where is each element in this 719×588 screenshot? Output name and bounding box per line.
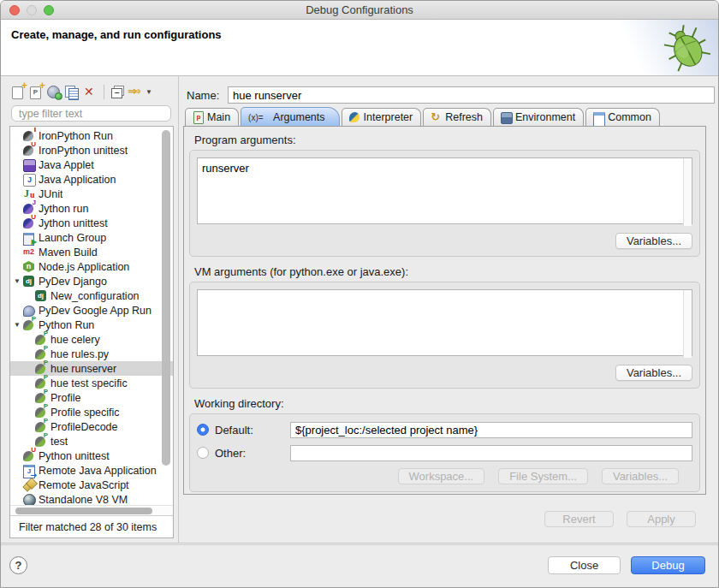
- tree-item-label: Maven Build: [36, 246, 98, 258]
- tree-item-label: PyDev Google App Run: [36, 305, 152, 317]
- program-variables-button[interactable]: Variables...: [615, 233, 692, 249]
- collapse-all-icon[interactable]: [109, 84, 127, 100]
- tab-label: Environment: [515, 111, 575, 123]
- directory-variables-button[interactable]: Variables...: [602, 468, 679, 484]
- revert-button[interactable]: Revert: [544, 511, 614, 527]
- delete-icon[interactable]: [81, 84, 99, 100]
- duplicate-icon[interactable]: [63, 84, 81, 100]
- tree-item[interactable]: hue rules.py: [10, 347, 173, 361]
- new-launch-config-icon[interactable]: [9, 84, 27, 100]
- tab-common[interactable]: Common: [585, 108, 660, 126]
- jython-unittest-icon: [22, 217, 36, 229]
- tree-item[interactable]: Profile: [10, 390, 173, 405]
- debug-button[interactable]: Debug: [631, 556, 705, 574]
- name-input[interactable]: [228, 86, 715, 104]
- tab-interpreter[interactable]: Interpreter: [342, 108, 422, 126]
- tree-item[interactable]: ProfileDecode: [10, 419, 173, 434]
- program-arguments-label: Program arguments:: [194, 134, 700, 146]
- workspace-button[interactable]: Workspace...: [398, 468, 485, 484]
- dropdown-arrow-icon[interactable]: ▼: [146, 88, 152, 96]
- horizontal-scrollbar-thumb[interactable]: [15, 508, 152, 514]
- tree-item[interactable]: IronPython unittest: [10, 143, 173, 157]
- tab-bar: MainArgumentsInterpreterRefreshEnvironme…: [185, 107, 662, 126]
- other-radio[interactable]: [197, 447, 209, 459]
- tree-item-label: Java Application: [36, 174, 116, 186]
- textarea-scrollbar[interactable]: [683, 158, 692, 226]
- tree-item[interactable]: Standalone V8 VM: [10, 492, 173, 505]
- page-title: Create, manage, and run configurations: [11, 28, 222, 41]
- help-button[interactable]: ?: [9, 556, 27, 574]
- tree-item-label: hue test specific: [48, 377, 128, 389]
- file-system-button[interactable]: File System...: [498, 468, 588, 484]
- close-button[interactable]: Close: [548, 556, 621, 574]
- tree-item-label: New_configuration: [48, 290, 140, 302]
- close-window-icon[interactable]: [9, 5, 20, 15]
- toolbar-separator: [104, 85, 104, 99]
- tree-item[interactable]: ▼Python Run: [10, 318, 173, 332]
- tree-item[interactable]: ▼PyDev Django: [10, 274, 173, 288]
- tree-item-label: hue rules.py: [48, 348, 109, 360]
- tree-item[interactable]: Python unittest: [10, 448, 173, 463]
- filter-status: Filter matched 28 of 30 items: [10, 515, 173, 538]
- working-directory-group: Default: Other: Workspace... File System…: [189, 413, 700, 492]
- vm-variables-button[interactable]: Variables...: [615, 365, 692, 381]
- tree-item[interactable]: hue runserver: [10, 361, 173, 376]
- java-application-icon: [22, 173, 36, 186]
- tree-item[interactable]: Jython unittest: [10, 216, 173, 230]
- expanded-twisty-icon[interactable]: ▼: [12, 277, 22, 285]
- tab-refresh[interactable]: Refresh: [423, 108, 491, 126]
- pydev-django-icon: [22, 275, 36, 288]
- java-applet-icon: [22, 158, 36, 171]
- vertical-scrollbar-thumb[interactable]: [162, 130, 170, 466]
- tab-main[interactable]: Main: [185, 108, 239, 126]
- tree-item[interactable]: Launch Group: [10, 230, 173, 245]
- bug-icon: [662, 23, 711, 73]
- program-arguments-group: runserver Variables...: [189, 150, 700, 257]
- tab-arguments[interactable]: Arguments: [241, 107, 339, 126]
- default-radio-label: Default:: [215, 424, 290, 437]
- other-directory-input[interactable]: [290, 445, 692, 461]
- tree-item[interactable]: Profile specific: [10, 405, 173, 419]
- vertical-scrollbar[interactable]: [162, 130, 170, 502]
- standalone-v8-icon: [22, 493, 36, 505]
- apply-button[interactable]: Apply: [627, 511, 696, 527]
- tree-item-label: Jython run: [36, 203, 88, 215]
- config-tree: IronPython RunIronPython unittestJava Ap…: [9, 126, 174, 538]
- expanded-twisty-icon[interactable]: ▼: [12, 321, 22, 329]
- tree-item[interactable]: Node.js Application: [10, 259, 173, 274]
- tree-item[interactable]: Remote Java Application: [10, 463, 173, 478]
- config-detail-panel: Name: MainArgumentsInterpreterRefreshEnv…: [183, 76, 715, 543]
- zoom-window-icon[interactable]: [44, 5, 54, 15]
- tab-environment[interactable]: Environment: [493, 108, 584, 126]
- title-bar[interactable]: Debug Configurations: [1, 1, 718, 20]
- new-prototype-icon[interactable]: [27, 84, 45, 100]
- tree-rows: IronPython RunIronPython unittestJava Ap…: [10, 127, 173, 505]
- default-directory-input[interactable]: [290, 422, 692, 438]
- tree-item-label: Python unittest: [36, 450, 110, 462]
- tree-item[interactable]: hue test specific: [10, 376, 173, 390]
- default-radio[interactable]: [197, 424, 209, 436]
- sash-divider[interactable]: [178, 76, 179, 543]
- tree-item[interactable]: Remote JavaScript: [10, 478, 173, 492]
- tree-item-label: IronPython Run: [36, 130, 113, 142]
- filter-input[interactable]: [11, 105, 171, 122]
- textarea-scrollbar[interactable]: [683, 290, 692, 358]
- tree-item-label: Node.js Application: [36, 261, 129, 273]
- tree-item[interactable]: New_configuration: [10, 288, 173, 303]
- tree-item[interactable]: Maven Build: [10, 245, 173, 259]
- tree-item[interactable]: hue celery: [10, 332, 173, 347]
- minimize-window-icon[interactable]: [27, 5, 37, 15]
- filter-icon[interactable]: [127, 84, 145, 100]
- tree-item-label: Standalone V8 VM: [36, 494, 128, 506]
- toolbar: ▼: [9, 82, 152, 101]
- vm-arguments-textarea[interactable]: [197, 289, 692, 356]
- tree-item-label: PyDev Django: [36, 276, 107, 288]
- program-arguments-textarea[interactable]: runserver: [197, 157, 692, 224]
- tab-label: Arguments: [273, 111, 324, 123]
- tree-item-label: Profile specific: [48, 407, 120, 419]
- refresh-tab-icon: [430, 111, 442, 123]
- export-icon[interactable]: [45, 84, 63, 100]
- tree-item[interactable]: Java Applet: [10, 157, 173, 172]
- tree-item[interactable]: Java Application: [10, 172, 173, 187]
- horizontal-scrollbar[interactable]: [10, 505, 173, 515]
